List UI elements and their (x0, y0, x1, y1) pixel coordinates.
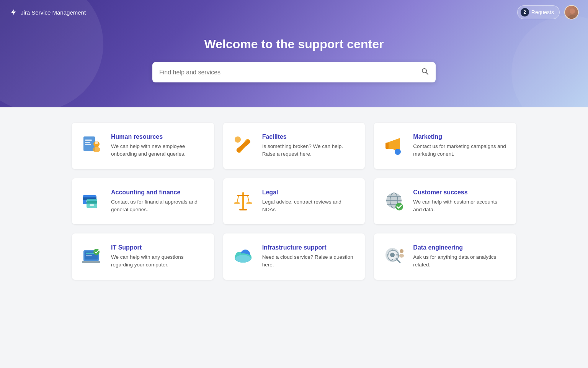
card-title-human-resources: Human resources (111, 133, 205, 140)
card-title-marketing: Marketing (413, 133, 507, 140)
card-body-infrastructure-support: Infrastructure support Need a cloud serv… (262, 244, 356, 269)
service-icon-legal (231, 189, 255, 214)
services-grid: Human resources We can help with new emp… (72, 123, 516, 280)
card-desc-accounting-finance: Contact us for financial approvals and g… (111, 198, 205, 214)
svg-point-50 (390, 253, 395, 257)
card-body-it-support: IT Support We can help with any question… (111, 244, 205, 269)
requests-button[interactable]: 2 Requests (517, 5, 560, 19)
svg-rect-7 (85, 142, 90, 143)
main-content: Human resources We can help with new emp… (49, 107, 539, 303)
service-icon-infrastructure-support (231, 244, 255, 269)
service-card-facilities[interactable]: Facilites Is something broken? We can he… (223, 123, 365, 169)
service-card-data-engineering[interactable]: Data engineering Ask us for anything dat… (374, 233, 516, 280)
avatar[interactable] (564, 5, 579, 20)
card-title-legal: Legal (262, 189, 356, 196)
navbar: Jira Service Management 2 Requests (0, 0, 588, 25)
card-body-customer-success: Customer success We can help with custom… (413, 189, 507, 214)
svg-rect-24 (242, 192, 244, 210)
search-input[interactable] (159, 69, 421, 76)
svg-point-57 (400, 249, 403, 253)
svg-rect-22 (87, 201, 97, 204)
card-body-marketing: Marketing Contact us for marketing campa… (413, 133, 507, 158)
svg-point-58 (399, 254, 404, 258)
brand-name: Jira Service Management (21, 9, 86, 16)
card-body-human-resources: Human resources We can help with new emp… (111, 133, 205, 158)
service-card-marketing[interactable]: Marketing Contact us for marketing campa… (374, 123, 516, 169)
svg-rect-6 (85, 140, 92, 141)
service-card-legal[interactable]: Legal Legal advice, contract reviews and… (223, 178, 365, 225)
card-desc-legal: Legal advice, contract reviews and NDAs (262, 198, 356, 214)
svg-point-2 (568, 15, 577, 20)
card-title-accounting-finance: Accounting and finance (111, 189, 205, 196)
service-icon-accounting-finance (80, 189, 104, 214)
card-desc-facilities: Is something broken? We can help. Raise … (262, 143, 356, 158)
svg-point-17 (395, 149, 401, 155)
card-body-data-engineering: Data engineering Ask us for anything dat… (413, 244, 507, 269)
requests-badge: 2 (521, 8, 529, 16)
card-title-data-engineering: Data engineering (413, 244, 507, 251)
requests-label: Requests (531, 9, 554, 15)
card-desc-marketing: Contact us for marketing campaigns and m… (413, 143, 507, 158)
card-desc-it-support: We can help with any questions regarding… (111, 253, 205, 269)
svg-line-28 (248, 196, 249, 203)
svg-point-27 (234, 202, 240, 204)
card-desc-human-resources: We can help with new employee onboarding… (111, 143, 205, 158)
svg-marker-0 (11, 9, 16, 16)
card-title-it-support: IT Support (111, 244, 205, 251)
card-desc-data-engineering: Ask us for anything data or analytics re… (413, 253, 507, 269)
svg-rect-8 (85, 144, 91, 145)
service-icon-data-engineering (382, 244, 406, 269)
bolt-icon (9, 8, 18, 16)
service-icon-it-support (80, 244, 104, 269)
svg-point-11 (95, 141, 98, 144)
service-card-it-support[interactable]: IT Support We can help with any question… (72, 233, 214, 280)
svg-rect-41 (82, 261, 100, 263)
svg-line-26 (237, 196, 238, 203)
service-icon-marketing (382, 133, 406, 158)
card-desc-customer-success: We can help with customer accounts and d… (413, 198, 507, 214)
svg-point-13 (235, 136, 241, 143)
card-body-facilities: Facilites Is something broken? We can he… (262, 133, 356, 158)
nav-right: 2 Requests (517, 5, 579, 20)
service-icon-human-resources (80, 133, 104, 158)
svg-point-10 (93, 147, 100, 152)
service-card-customer-success[interactable]: Customer success We can help with custom… (374, 178, 516, 225)
card-title-facilities: Facilites (262, 133, 356, 140)
brand-logo[interactable]: Jira Service Management (9, 8, 86, 16)
svg-line-4 (426, 72, 428, 75)
card-body-legal: Legal Legal advice, contract reviews and… (262, 189, 356, 214)
card-title-customer-success: Customer success (413, 189, 507, 196)
svg-point-42 (93, 249, 100, 255)
svg-rect-16 (385, 143, 389, 149)
search-bar (152, 62, 436, 82)
svg-rect-40 (86, 255, 92, 256)
service-card-infrastructure-support[interactable]: Infrastructure support Need a cloud serv… (223, 233, 365, 280)
hero-title: Welcome to the support center (204, 37, 384, 51)
svg-rect-25 (237, 195, 249, 196)
service-icon-customer-success (382, 189, 406, 214)
service-card-accounting-finance[interactable]: Accounting and finance Contact us for fi… (72, 178, 214, 225)
svg-point-47 (235, 255, 251, 263)
card-title-infrastructure-support: Infrastructure support (262, 244, 356, 251)
svg-point-29 (246, 202, 252, 204)
service-card-human-resources[interactable]: Human resources We can help with new emp… (72, 123, 214, 169)
svg-point-1 (570, 8, 575, 14)
card-body-accounting-finance: Accounting and finance Contact us for fi… (111, 189, 205, 214)
search-icon (421, 67, 429, 77)
svg-rect-23 (90, 204, 94, 206)
svg-rect-30 (239, 209, 247, 210)
avatar-image (565, 6, 578, 19)
card-desc-infrastructure-support: Need a cloud service? Raise a question h… (262, 253, 356, 269)
service-icon-facilities (231, 133, 255, 158)
